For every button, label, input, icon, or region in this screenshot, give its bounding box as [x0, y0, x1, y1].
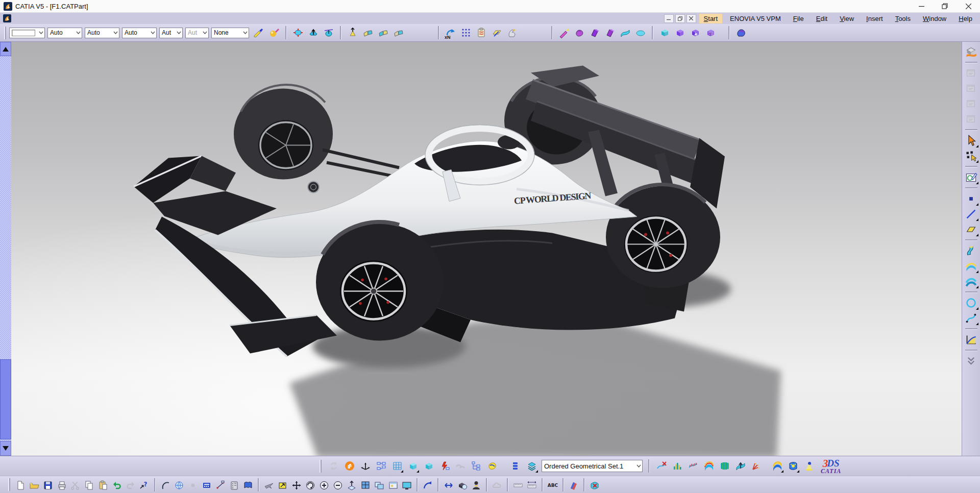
chevron-down-icon[interactable]	[112, 31, 119, 34]
points-cloud-icon[interactable]	[459, 26, 473, 40]
zoom-out-icon[interactable]	[331, 478, 345, 492]
split-view-icon[interactable]	[386, 478, 400, 492]
draft-analysis-icon[interactable]	[670, 459, 684, 473]
flyout-arrow-icon[interactable]	[976, 307, 978, 310]
join-blob-icon[interactable]	[572, 26, 586, 40]
manual-update-icon[interactable]	[342, 459, 356, 473]
tree-filter-icon[interactable]	[469, 459, 483, 473]
open-book-icon[interactable]	[361, 26, 375, 40]
pan-icon[interactable]	[289, 478, 303, 492]
insert-dome-icon[interactable]	[306, 26, 320, 40]
line-type-combo[interactable]: Auto	[85, 28, 119, 38]
sketch-pencil-icon[interactable]	[557, 26, 571, 40]
flyout-arrow-icon[interactable]	[976, 182, 978, 184]
geometrical-set-combo[interactable]: Ordered Geometrical Set.1	[542, 460, 643, 472]
menu-item-help[interactable]: Help	[954, 14, 977, 23]
flyout-arrow-icon[interactable]	[976, 270, 978, 273]
fit-all-icon[interactable]	[276, 478, 289, 492]
plane-icon[interactable]	[964, 221, 979, 237]
point-dot-icon[interactable]	[186, 478, 200, 492]
box-view-icon[interactable]	[406, 459, 420, 473]
print-icon[interactable]	[55, 478, 68, 492]
layers-icon[interactable]	[525, 459, 538, 473]
pocket-solid-icon[interactable]	[673, 26, 687, 40]
menu-item-start[interactable]: Start	[699, 14, 722, 23]
light-analysis-icon[interactable]	[802, 459, 816, 473]
flyout-arrow-icon[interactable]	[401, 470, 403, 473]
chevron-down-icon[interactable]	[37, 31, 44, 34]
ruler-arrow-icon[interactable]	[525, 478, 538, 492]
quick-view-icon[interactable]	[372, 478, 386, 492]
blend-ellipse-icon[interactable]	[633, 26, 647, 40]
measure-inertia-icon[interactable]	[469, 478, 483, 492]
mdi-minimize-button[interactable]	[664, 14, 674, 23]
flyout-arrow-icon[interactable]	[535, 470, 538, 473]
axis-system-icon[interactable]	[358, 459, 372, 473]
wall-icon[interactable]	[567, 478, 580, 492]
measure-between-icon[interactable]	[442, 478, 455, 492]
3d-viewport[interactable]: CP WO	[11, 42, 962, 456]
menu-item-tools[interactable]: Tools	[891, 14, 915, 23]
highlight-analysis-icon[interactable]	[786, 459, 800, 473]
flyout-arrow-icon[interactable]	[976, 145, 978, 147]
www-icon[interactable]	[172, 478, 186, 492]
flyout-arrow-icon[interactable]	[976, 203, 978, 206]
select-icon[interactable]	[964, 133, 979, 148]
chevron-down-icon[interactable]	[175, 31, 182, 34]
menu-item-view[interactable]: View	[835, 14, 859, 23]
line-weight-combo[interactable]: Auto	[47, 28, 82, 38]
titlebar-restore-button[interactable]	[933, 0, 957, 13]
mdi-close-button[interactable]	[687, 14, 696, 23]
exchange-globe-icon[interactable]	[291, 26, 305, 40]
sketcher-icon[interactable]	[964, 169, 979, 185]
help-icon[interactable]: ?	[137, 478, 151, 492]
titlebar-minimize-button[interactable]	[910, 0, 933, 13]
porcupine-analysis-icon[interactable]	[686, 459, 700, 473]
calculator-icon[interactable]	[200, 478, 213, 492]
window-tool-4-icon[interactable]	[964, 111, 979, 127]
apply-material-x-icon[interactable]	[587, 478, 601, 492]
open-icon[interactable]	[27, 478, 41, 492]
f1-model[interactable]: CP WO	[11, 42, 962, 456]
book-icon[interactable]	[241, 478, 255, 492]
toolbar-handle[interactable]	[4, 27, 6, 39]
hands-icon[interactable]	[453, 459, 467, 473]
window-tool-3-icon[interactable]	[964, 96, 979, 111]
zebra-analysis-icon[interactable]	[718, 459, 731, 473]
rotation-arrow-icon[interactable]	[421, 478, 434, 492]
shape-workbench-icon[interactable]	[964, 44, 979, 59]
curve-icon[interactable]	[158, 478, 172, 492]
measure-icon[interactable]	[213, 478, 227, 492]
render-style-combo[interactable]: None	[211, 28, 249, 38]
chevron-down-icon[interactable]	[149, 31, 156, 34]
flyout-arrow-icon[interactable]	[976, 234, 978, 236]
copy-icon[interactable]	[82, 478, 96, 492]
toolbar-handle[interactable]	[320, 460, 322, 473]
update-icon[interactable]	[327, 459, 340, 473]
ruler-icon[interactable]	[511, 478, 525, 492]
more-tools-icon[interactable]	[964, 353, 979, 368]
window-tool-2-icon[interactable]	[964, 81, 979, 96]
manipulator-cone-icon[interactable]	[346, 26, 359, 40]
flyout-arrow-icon[interactable]	[781, 470, 783, 473]
chevron-down-icon[interactable]	[635, 464, 642, 467]
point-icon[interactable]	[964, 191, 979, 206]
freehand-icon[interactable]	[505, 26, 519, 40]
flyout-arrow-icon[interactable]	[976, 323, 978, 325]
text-abc-icon[interactable]: ABC	[546, 478, 559, 492]
distance-analysis-icon[interactable]	[749, 459, 763, 473]
sweep-icon[interactable]	[964, 258, 979, 274]
layer-combo[interactable]: Aut	[159, 28, 183, 38]
prism-surface-icon[interactable]	[603, 26, 617, 40]
front-far-wheel[interactable]	[234, 85, 333, 179]
mdi-restore-button[interactable]	[675, 14, 685, 23]
cut-icon[interactable]	[68, 478, 82, 492]
spline-icon[interactable]	[964, 310, 979, 326]
box-view-2-icon[interactable]	[422, 459, 435, 473]
multi-select-icon[interactable]	[964, 148, 979, 163]
normal-view-icon[interactable]	[345, 478, 358, 492]
work-grid-icon[interactable]	[390, 459, 404, 473]
vertical-scrollbar[interactable]	[0, 42, 11, 456]
fill-color-combo[interactable]	[9, 28, 45, 38]
rear-near-wheel[interactable]	[606, 185, 720, 288]
